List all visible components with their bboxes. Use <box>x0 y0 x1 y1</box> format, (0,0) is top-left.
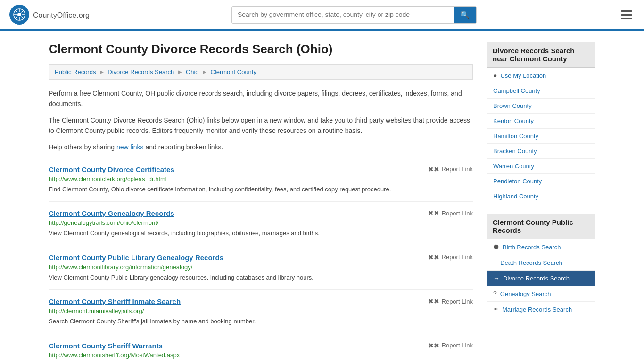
public-record-item[interactable]: ⚉ Birth Records Search <box>487 239 595 255</box>
nearby-county-item[interactable]: Warren County <box>487 159 595 174</box>
nearby-county-link-3[interactable]: Hamilton County <box>493 132 538 140</box>
search-input[interactable] <box>232 7 454 22</box>
public-records-items: ⚉ Birth Records Search + Death Records S… <box>487 239 595 317</box>
description-para1: Perform a free Clermont County, OH publi… <box>49 88 473 109</box>
pr-icon-0: ⚉ <box>493 243 499 251</box>
location-icon: ● <box>493 72 497 79</box>
pr-link-3[interactable]: Genealogy Search <box>500 290 551 297</box>
report-icon-0: ✖✖ <box>428 165 439 173</box>
pr-icon-4: ⚭ <box>493 305 499 313</box>
report-icon-1: ✖✖ <box>428 209 439 217</box>
search-button[interactable]: 🔍 <box>454 7 476 23</box>
result-desc-2: View Clermont County Public Library gene… <box>49 273 473 282</box>
nearby-county-link-4[interactable]: Bracken County <box>493 148 537 155</box>
nearby-county-item[interactable]: Campbell County <box>487 83 595 99</box>
result-desc-1: View Clermont County genealogical record… <box>49 229 473 238</box>
svg-line-6 <box>16 11 17 13</box>
result-title-2[interactable]: Clermont County Public Library Genealogy… <box>49 254 223 262</box>
report-icon-2: ✖✖ <box>428 254 439 261</box>
report-link-3[interactable]: ✖✖ Report Link <box>428 297 473 305</box>
nearby-county-item[interactable]: Bracken County <box>487 144 595 159</box>
svg-line-7 <box>22 17 24 19</box>
result-url-0[interactable]: http://www.clermontclerk.org/cpleas_dr.h… <box>49 175 473 182</box>
logo-area: CountyOffice.org <box>9 5 90 25</box>
nearby-county-item[interactable]: Hamilton County <box>487 129 595 144</box>
report-link-0[interactable]: ✖✖ Report Link <box>428 165 473 173</box>
svg-point-1 <box>17 13 21 16</box>
nearby-county-link-0[interactable]: Campbell County <box>493 87 540 94</box>
result-item: Clermont County Genealogy Records ✖✖ Rep… <box>49 202 473 246</box>
results-container: Clermont County Divorce Certificates ✖✖ … <box>49 158 473 362</box>
pr-link-2[interactable]: Divorce Records Search <box>503 275 570 282</box>
content-area: Clermont County Divorce Records Search (… <box>49 42 473 362</box>
search-bar: 🔍 <box>231 6 477 24</box>
result-header: Clermont County Public Library Genealogy… <box>49 254 473 262</box>
logo-text: CountyOffice.org <box>33 9 90 20</box>
nearby-county-link-5[interactable]: Warren County <box>493 163 534 170</box>
result-desc-3: Search Clermont County Sheriff's jail in… <box>49 317 473 326</box>
public-records-body: ⚉ Birth Records Search + Death Records S… <box>487 239 595 317</box>
new-links-link[interactable]: new links <box>116 143 144 151</box>
breadcrumb-item-ohio[interactable]: Ohio <box>186 68 198 75</box>
nearby-section: Divorce Records Search near Clermont Cou… <box>487 42 595 204</box>
result-header: Clermont County Sheriff Warrants ✖✖ Repo… <box>49 342 473 350</box>
result-url-1[interactable]: http://genealogytrails.com/ohio/clermont… <box>49 219 473 226</box>
use-my-location-link[interactable]: Use My Location <box>500 72 546 79</box>
result-url-2[interactable]: http://www.clermontlibrary.org/informati… <box>49 263 473 271</box>
result-url-4[interactable]: http://www.clermontsheriff.org/MostWante… <box>49 352 473 359</box>
logo-suffix: .org <box>76 11 90 19</box>
nearby-county-link-2[interactable]: Kenton County <box>493 117 534 124</box>
description-para3: Help others by sharing new links and rep… <box>49 142 473 152</box>
report-icon-4: ✖✖ <box>428 342 439 349</box>
nearby-title: Divorce Records Search near Clermont Cou… <box>487 42 595 68</box>
logo-icon <box>9 5 29 25</box>
result-title-1[interactable]: Clermont County Genealogy Records <box>49 209 174 217</box>
nearby-county-link-7[interactable]: Highland County <box>493 193 538 200</box>
header: CountyOffice.org 🔍 <box>0 0 644 31</box>
svg-line-9 <box>16 17 17 19</box>
hamburger-menu[interactable] <box>619 8 635 22</box>
main-container: Clermont County Divorce Records Search (… <box>39 31 605 362</box>
use-my-location[interactable]: ● Use My Location <box>487 68 595 83</box>
pr-link-1[interactable]: Death Records Search <box>500 259 562 266</box>
nearby-counties: Campbell CountyBrown CountyKenton County… <box>487 83 595 204</box>
result-url-3[interactable]: http://clermont.miamivalleyjails.org/ <box>49 307 473 314</box>
pr-icon-3: ? <box>493 290 497 297</box>
nearby-county-link-6[interactable]: Pendleton County <box>493 178 542 185</box>
public-records-section: Clermont County Public Records ⚉ Birth R… <box>487 214 595 317</box>
breadcrumb-item-public-records[interactable]: Public Records <box>55 68 96 75</box>
public-record-item[interactable]: + Death Records Search <box>487 255 595 271</box>
sidebar: Divorce Records Search near Clermont Cou… <box>487 42 595 362</box>
result-title-3[interactable]: Clermont County Sheriff Inmate Search <box>49 297 181 305</box>
breadcrumb-item-county[interactable]: Clermont County <box>210 68 256 75</box>
nearby-county-item[interactable]: Pendleton County <box>487 174 595 189</box>
result-header: Clermont County Genealogy Records ✖✖ Rep… <box>49 209 473 217</box>
nearby-county-item[interactable]: Kenton County <box>487 114 595 129</box>
report-link-2[interactable]: ✖✖ Report Link <box>428 254 473 261</box>
nearby-county-item[interactable]: Highland County <box>487 189 595 204</box>
public-record-item-active[interactable]: ↔ Divorce Records Search <box>487 271 595 286</box>
breadcrumb-item-divorce[interactable]: Divorce Records Search <box>107 68 174 75</box>
report-link-1[interactable]: ✖✖ Report Link <box>428 209 473 217</box>
report-link-4[interactable]: ✖✖ Report Link <box>428 342 473 349</box>
result-item: Clermont County Divorce Certificates ✖✖ … <box>49 158 473 202</box>
pr-link-4[interactable]: Marriage Records Search <box>502 306 572 313</box>
svg-line-8 <box>22 11 24 13</box>
nearby-county-item[interactable]: Brown County <box>487 99 595 114</box>
breadcrumb: Public Records ► Divorce Records Search … <box>49 64 473 80</box>
result-header: Clermont County Sheriff Inmate Search ✖✖… <box>49 297 473 305</box>
result-item: Clermont County Sheriff Inmate Search ✖✖… <box>49 290 473 334</box>
report-icon-3: ✖✖ <box>428 297 439 305</box>
result-item: Clermont County Public Library Genealogy… <box>49 246 473 290</box>
public-record-item[interactable]: ? Genealogy Search <box>487 286 595 302</box>
public-record-item[interactable]: ⚭ Marriage Records Search <box>487 302 595 317</box>
pr-icon-1: + <box>493 259 497 266</box>
result-title-4[interactable]: Clermont County Sheriff Warrants <box>49 342 163 350</box>
page-title: Clermont County Divorce Records Search (… <box>49 42 473 57</box>
pr-link-0[interactable]: Birth Records Search <box>503 244 561 251</box>
result-title-0[interactable]: Clermont County Divorce Certificates <box>49 165 174 173</box>
pr-icon-2: ↔ <box>493 274 500 282</box>
nearby-county-link-1[interactable]: Brown County <box>493 102 532 109</box>
result-item: Clermont County Sheriff Warrants ✖✖ Repo… <box>49 334 473 362</box>
public-records-title: Clermont County Public Records <box>487 214 595 239</box>
